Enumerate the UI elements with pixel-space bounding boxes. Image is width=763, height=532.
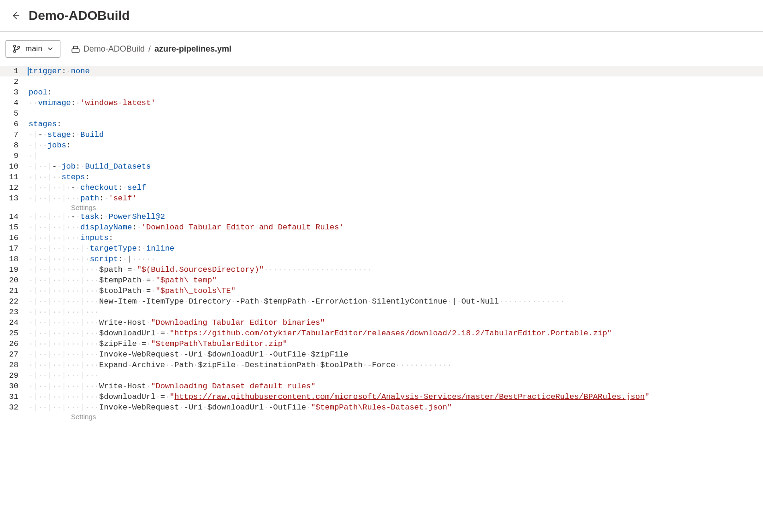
code-line: 7·|-·stage:·Build: [0, 129, 763, 140]
code-line: 15·|··|··|···displayName:·'Download Tabu…: [0, 222, 763, 233]
code-line: 25·|··|··|···|···$downloadUrl·=·"https:/…: [0, 328, 763, 339]
code-line: 3pool:: [0, 87, 763, 98]
editor-header: Demo-ADOBuild: [0, 0, 763, 31]
code-line: 22·|··|··|···|···New-Item·-ItemType·Dire…: [0, 296, 763, 307]
codelens[interactable]: Settings: [0, 413, 763, 421]
line-number: 24: [0, 317, 29, 328]
breadcrumb: Demo-ADOBuild / azure-pipelines.yml: [71, 44, 231, 54]
svg-point-3: [18, 46, 20, 48]
line-number: 28: [0, 360, 29, 370]
code-line: 29·|··|··|···|···: [0, 370, 763, 381]
code-line: 19·|··|··|···|···$path·=·"$(Build.Source…: [0, 264, 763, 275]
code-line: 10·|··|-·job:·Build_Datasets: [0, 161, 763, 172]
line-number: 29: [0, 370, 29, 381]
line-number: 21: [0, 286, 29, 296]
download-url-link[interactable]: https://raw.githubusercontent.com/micros…: [174, 392, 645, 401]
code-line: 6stages:: [0, 119, 763, 129]
code-line: 27·|··|··|···|···Invoke-WebRequest·-Uri·…: [0, 349, 763, 360]
code-line: 4··vmimage:·'windows-latest': [0, 98, 763, 108]
breadcrumb-separator: /: [148, 44, 151, 54]
line-number: 3: [0, 87, 29, 98]
svg-point-1: [13, 45, 16, 47]
svg-point-2: [13, 50, 16, 53]
line-number: 18: [0, 254, 29, 264]
arrow-left-icon: [11, 11, 20, 20]
line-number: 32: [0, 402, 29, 413]
line-number: 11: [0, 172, 29, 182]
code-line: 9·|: [0, 151, 763, 161]
branch-name: main: [25, 44, 42, 53]
svg-rect-5: [73, 46, 77, 49]
branch-selector[interactable]: main: [6, 40, 60, 58]
code-line: 11·|··|··steps:: [0, 172, 763, 182]
back-button[interactable]: [8, 8, 23, 23]
toolbar: main Demo-ADOBuild / azure-pipelines.yml: [0, 32, 763, 66]
code-line: 20·|··|··|···|···$tempPath·=·"$path\_tem…: [0, 275, 763, 286]
line-number: 19: [0, 264, 29, 275]
code-line: 26·|··|··|···|···$zipFile·=·"$tempPath\T…: [0, 339, 763, 349]
line-number: 25: [0, 328, 29, 339]
code-line: 5: [0, 108, 763, 119]
line-number: 30: [0, 381, 29, 392]
code-line: 17·|··|··|···|·targetType:·inline: [0, 243, 763, 254]
line-number: 6: [0, 119, 29, 129]
line-number: 9: [0, 151, 29, 161]
line-number: 12: [0, 182, 29, 193]
code-line: 31·|··|··|···|···$downloadUrl·=·"https:/…: [0, 392, 763, 402]
code-line: 2: [0, 76, 763, 87]
download-url-link[interactable]: https://github.com/otykier/TabularEditor…: [174, 329, 607, 338]
code-line: 30·|··|··|···|···Write-Host·"Downloading…: [0, 381, 763, 392]
line-number: 8: [0, 140, 29, 151]
breadcrumb-file: azure-pipelines.yml: [154, 44, 231, 54]
line-number: 22: [0, 296, 29, 307]
repo-icon: [71, 45, 80, 53]
breadcrumb-repo[interactable]: Demo-ADOBuild: [83, 44, 145, 54]
line-number: 15: [0, 222, 29, 233]
code-line: 32·|··|··|···|···Invoke-WebRequest·-Uri·…: [0, 402, 763, 413]
code-line: 13·|··|··|···path:·'self': [0, 193, 763, 204]
line-number: 1: [0, 66, 29, 76]
code-line: 8·|··jobs:: [0, 140, 763, 151]
line-number: 4: [0, 98, 29, 108]
line-number: 14: [0, 211, 29, 222]
code-line: 23·|··|··|···|···: [0, 307, 763, 317]
line-number: 7: [0, 129, 29, 140]
code-line: 16·|··|··|···inputs:: [0, 233, 763, 243]
page-title: Demo-ADOBuild: [29, 8, 130, 23]
code-line: 18·|··|··|···|·script:·|·····: [0, 254, 763, 264]
line-number: 5: [0, 108, 29, 119]
line-number: 23: [0, 307, 29, 317]
code-line: 14·|··|··|·-·task:·PowerShell@2: [0, 211, 763, 222]
code-line: 21·|··|··|···|···$toolPath·=·"$path\_too…: [0, 286, 763, 296]
chevron-down-icon: [47, 46, 53, 52]
svg-rect-4: [72, 49, 79, 53]
line-number: 2: [0, 76, 29, 87]
code-line: 24·|··|··|···|···Write-Host·"Downloading…: [0, 317, 763, 328]
codelens[interactable]: Settings: [0, 204, 763, 211]
line-number: 26: [0, 339, 29, 349]
line-number: 20: [0, 275, 29, 286]
code-line: 12·|··|··|·-·checkout:·self: [0, 182, 763, 193]
code-editor[interactable]: 1trigger:·none 2 3pool: 4··vmimage:·'win…: [0, 66, 763, 421]
code-line: 28·|··|··|···|···Expand-Archive·-Path·$z…: [0, 360, 763, 370]
line-number: 13: [0, 193, 29, 204]
code-line: 1trigger:·none: [0, 66, 763, 76]
line-number: 31: [0, 392, 29, 402]
line-number: 27: [0, 349, 29, 360]
line-number: 10: [0, 161, 29, 172]
line-number: 17: [0, 243, 29, 254]
branch-icon: [12, 45, 21, 53]
line-number: 16: [0, 233, 29, 243]
